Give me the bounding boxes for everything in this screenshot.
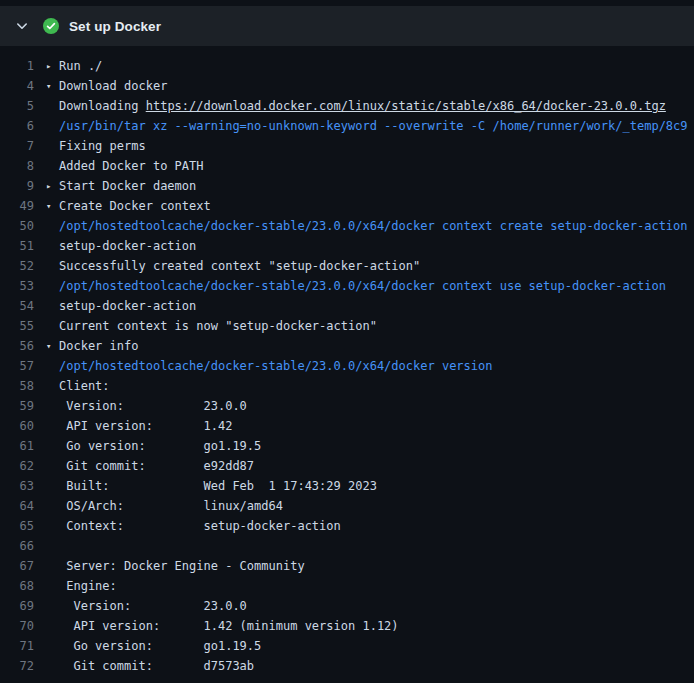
- log-command: /usr/bin/tar xz --warning=no-unknown-key…: [59, 119, 688, 133]
- log-text: Start Docker daemon: [59, 176, 196, 196]
- line-number[interactable]: 53: [0, 276, 46, 296]
- arrow-slot: [46, 376, 59, 396]
- line-number[interactable]: 9: [0, 176, 46, 196]
- log-line: 62 Git commit: e92dd87: [0, 456, 694, 476]
- line-number[interactable]: 8: [0, 156, 46, 176]
- log-line: 70 API version: 1.42 (minimum version 1.…: [0, 616, 694, 636]
- log-text: /opt/hostedtoolcache/docker-stable/23.0.…: [59, 356, 492, 376]
- arrow-slot: [46, 116, 59, 136]
- line-number[interactable]: 51: [0, 236, 46, 256]
- log-line[interactable]: 1▸Run ./: [0, 56, 694, 76]
- log-line: 5Downloading https://download.docker.com…: [0, 96, 694, 116]
- line-number[interactable]: 63: [0, 476, 46, 496]
- line-number[interactable]: 70: [0, 616, 46, 636]
- log-link[interactable]: https://download.docker.com/linux/static…: [146, 99, 666, 113]
- log-text: Fixing perms: [59, 136, 146, 156]
- arrow-slot: [46, 396, 59, 416]
- log-body: 1▸Run ./4▾Download docker5Downloading ht…: [0, 46, 694, 676]
- line-number[interactable]: 54: [0, 296, 46, 316]
- log-text: Git commit: e92dd87: [59, 456, 254, 476]
- line-number[interactable]: 6: [0, 116, 46, 136]
- log-line[interactable]: 9▸Start Docker daemon: [0, 176, 694, 196]
- log-line: 67 Server: Docker Engine - Community: [0, 556, 694, 576]
- group-collapsed-icon[interactable]: ▸: [46, 176, 59, 196]
- log-line[interactable]: 56▾Docker info: [0, 336, 694, 356]
- line-number[interactable]: 55: [0, 316, 46, 336]
- line-number[interactable]: 7: [0, 136, 46, 156]
- log-line: 65 Context: setup-docker-action: [0, 516, 694, 536]
- log-text: Context: setup-docker-action: [59, 516, 341, 536]
- log-text: Version: 23.0.0: [59, 396, 247, 416]
- line-number[interactable]: 68: [0, 576, 46, 596]
- log-plain-text: Run ./: [59, 59, 102, 73]
- arrow-slot: [46, 456, 59, 476]
- line-number[interactable]: 57: [0, 356, 46, 376]
- line-number[interactable]: 65: [0, 516, 46, 536]
- line-number[interactable]: 59: [0, 396, 46, 416]
- line-number[interactable]: 72: [0, 656, 46, 676]
- log-text: Added Docker to PATH: [59, 156, 204, 176]
- log-text: Downloading https://download.docker.com/…: [59, 96, 666, 116]
- line-number[interactable]: 61: [0, 436, 46, 456]
- log-text: API version: 1.42 (minimum version 1.12): [59, 616, 399, 636]
- line-number[interactable]: 52: [0, 256, 46, 276]
- line-number[interactable]: 58: [0, 376, 46, 396]
- log-text: Create Docker context: [59, 196, 211, 216]
- line-number[interactable]: 62: [0, 456, 46, 476]
- log-line: 64 OS/Arch: linux/amd64: [0, 496, 694, 516]
- group-expanded-icon[interactable]: ▾: [46, 336, 59, 356]
- log-line: 72 Git commit: d7573ab: [0, 656, 694, 676]
- log-text: /opt/hostedtoolcache/docker-stable/23.0.…: [59, 276, 666, 296]
- log-plain-text: Version: 23.0.0: [59, 399, 247, 413]
- arrow-slot: [46, 136, 59, 156]
- arrow-slot: [46, 436, 59, 456]
- arrow-slot: [46, 576, 59, 596]
- arrow-slot: [46, 216, 59, 236]
- line-number[interactable]: 64: [0, 496, 46, 516]
- log-line[interactable]: 4▾Download docker: [0, 76, 694, 96]
- log-line: 69 Version: 23.0.0: [0, 596, 694, 616]
- line-number[interactable]: 49: [0, 196, 46, 216]
- log-text: Version: 23.0.0: [59, 596, 247, 616]
- line-number[interactable]: 4: [0, 76, 46, 96]
- log-line[interactable]: 49▾Create Docker context: [0, 196, 694, 216]
- log-plain-text: Version: 23.0.0: [59, 599, 247, 613]
- arrow-slot: [46, 256, 59, 276]
- log-plain-text: setup-docker-action: [59, 299, 196, 313]
- log-plain-text: Context: setup-docker-action: [59, 519, 341, 533]
- arrow-slot: [46, 416, 59, 436]
- line-number[interactable]: 1: [0, 56, 46, 76]
- line-number[interactable]: 69: [0, 596, 46, 616]
- log-line: 6/usr/bin/tar xz --warning=no-unknown-ke…: [0, 116, 694, 136]
- log-text: Git commit: d7573ab: [59, 656, 254, 676]
- log-text: setup-docker-action: [59, 236, 196, 256]
- log-line: 66: [0, 536, 694, 556]
- log-plain-text: Current context is now "setup-docker-act…: [59, 319, 377, 333]
- log-line: 50/opt/hostedtoolcache/docker-stable/23.…: [0, 216, 694, 236]
- line-number[interactable]: 71: [0, 636, 46, 656]
- line-number[interactable]: 50: [0, 216, 46, 236]
- success-check-icon: [43, 18, 59, 34]
- log-text: Go version: go1.19.5: [59, 636, 261, 656]
- line-number[interactable]: 67: [0, 556, 46, 576]
- log-line: 60 API version: 1.42: [0, 416, 694, 436]
- line-number[interactable]: 5: [0, 96, 46, 116]
- group-expanded-icon[interactable]: ▾: [46, 76, 59, 96]
- log-text: Client:: [59, 376, 110, 396]
- arrow-slot: [46, 496, 59, 516]
- log-plain-text: Docker info: [59, 339, 138, 353]
- arrow-slot: [46, 636, 59, 656]
- log-command: /opt/hostedtoolcache/docker-stable/23.0.…: [59, 219, 688, 233]
- line-number[interactable]: 56: [0, 336, 46, 356]
- arrow-slot: [46, 276, 59, 296]
- group-expanded-icon[interactable]: ▾: [46, 196, 59, 216]
- line-number[interactable]: 66: [0, 536, 46, 556]
- log-plain-text: Download docker: [59, 79, 167, 93]
- chevron-down-icon[interactable]: [14, 18, 30, 34]
- step-header[interactable]: Set up Docker: [0, 6, 694, 46]
- log-plain-text: API version: 1.42 (minimum version 1.12): [59, 619, 399, 633]
- line-number[interactable]: 60: [0, 416, 46, 436]
- log-plain-text: Built: Wed Feb 1 17:43:29 2023: [59, 479, 377, 493]
- group-collapsed-icon[interactable]: ▸: [46, 56, 59, 76]
- step-title: Set up Docker: [69, 19, 161, 34]
